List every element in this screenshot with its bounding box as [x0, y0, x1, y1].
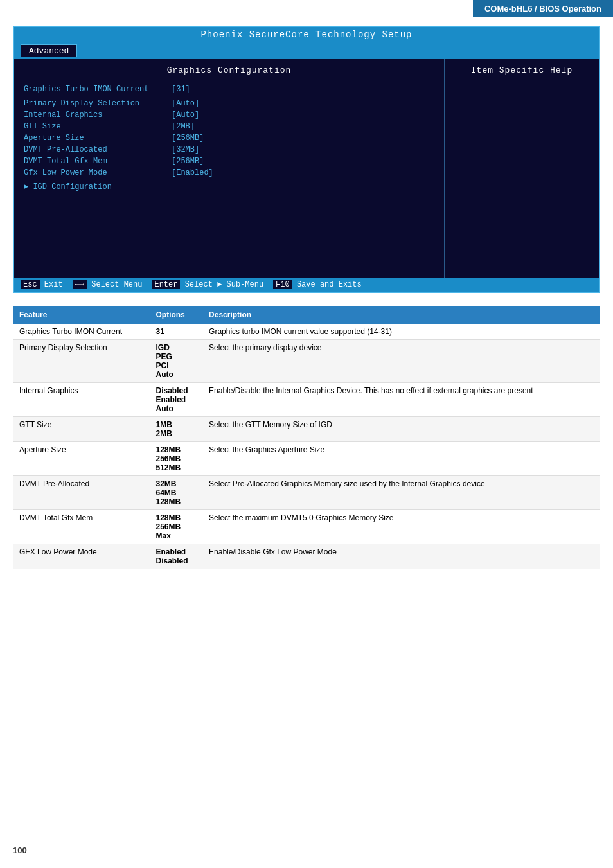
cell-feature: Aperture Size — [13, 442, 149, 476]
table-row: DVMT Total Gfx Mem128MB256MBMaxSelect th… — [13, 510, 600, 544]
bios-value-gtt-size: [2MB] — [172, 122, 195, 131]
bios-item-gfx-low-power[interactable]: Gfx Low Power Mode [Enabled] — [24, 168, 434, 177]
bios-footer-arrows: ←→ Select Menu — [73, 280, 143, 289]
bios-item-gtt-size[interactable]: GTT Size [2MB] — [24, 122, 434, 131]
bios-menu-tab-advanced[interactable]: Advanced — [21, 44, 77, 57]
cell-feature: Internal Graphics — [13, 383, 149, 417]
cell-feature: GTT Size — [13, 417, 149, 442]
bios-submenu-igd[interactable]: ► IGD Configuration — [24, 182, 434, 191]
bios-section-title: Graphics Configuration — [24, 66, 434, 75]
bios-value-internal-graphics: [Auto] — [172, 111, 199, 120]
bios-label-gtt-size: GTT Size — [24, 122, 172, 131]
bios-item-dvmt-total[interactable]: DVMT Total Gfx Mem [256MB] — [24, 157, 434, 166]
bios-label-primary-display: Primary Display Selection — [24, 99, 172, 108]
cell-description: Select the Graphics Aperture Size — [202, 442, 600, 476]
cell-description: Select the primary display device — [202, 340, 600, 383]
cell-options: 1MB2MB — [149, 417, 202, 442]
feature-table: Feature Options Description Graphics Tur… — [13, 306, 600, 569]
cell-feature: GFX Low Power Mode — [13, 544, 149, 569]
cell-options: IGDPEGPCIAuto — [149, 340, 202, 383]
bios-item-primary-display[interactable]: Primary Display Selection [Auto] — [24, 99, 434, 108]
table-row: Graphics Turbo IMON Current31Graphics tu… — [13, 324, 600, 340]
col-options: Options — [149, 306, 202, 324]
cell-description: Select Pre-Allocated Graphics Memory siz… — [202, 476, 600, 510]
cell-feature: Graphics Turbo IMON Current — [13, 324, 149, 340]
bios-item-turbo-imon[interactable]: Graphics Turbo IMON Current [31] — [24, 85, 434, 94]
cell-feature: DVMT Pre-Allocated — [13, 476, 149, 510]
cell-options: 128MB256MBMax — [149, 510, 202, 544]
cell-description: Graphics turbo IMON current value suppor… — [202, 324, 600, 340]
cell-options: 128MB256MB512MB — [149, 442, 202, 476]
cell-options: DisabledEnabledAuto — [149, 383, 202, 417]
bios-value-aperture-size: [256MB] — [172, 134, 204, 143]
page-number: 100 — [13, 846, 27, 855]
cell-description: Enable/Disable the Internal Graphics Dev… — [202, 383, 600, 417]
table-header-row: Feature Options Description — [13, 306, 600, 324]
bios-item-internal-graphics[interactable]: Internal Graphics [Auto] — [24, 111, 434, 120]
bios-value-dvmt-pre: [32MB] — [172, 145, 199, 154]
bios-value-gfx-low-power: [Enabled] — [172, 168, 213, 177]
bios-title: Phoenix SecureCore Technology Setup — [200, 30, 412, 40]
bios-footer-enter: Enter Select ► Sub-Menu — [152, 280, 263, 289]
bios-main-area: Graphics Configuration Graphics Turbo IM… — [14, 59, 599, 278]
bios-footer-f10: F10 Save and Exits — [273, 280, 362, 289]
table-row: Internal GraphicsDisabledEnabledAutoEnab… — [13, 383, 600, 417]
table-row: GTT Size1MB2MBSelect the GTT Memory Size… — [13, 417, 600, 442]
bios-right-panel: Item Specific Help — [445, 59, 599, 278]
bios-label-dvmt-pre: DVMT Pre-Allocated — [24, 145, 172, 154]
bios-help-title: Item Specific Help — [454, 66, 589, 75]
cell-feature: DVMT Total Gfx Mem — [13, 510, 149, 544]
bios-value-turbo-imon: [31] — [172, 85, 190, 94]
cell-options: 31 — [149, 324, 202, 340]
bios-value-primary-display: [Auto] — [172, 99, 199, 108]
bios-label-turbo-imon: Graphics Turbo IMON Current — [24, 85, 172, 94]
table-row: Primary Display SelectionIGDPEGPCIAutoSe… — [13, 340, 600, 383]
cell-options: EnabledDisabled — [149, 544, 202, 569]
table-row: Aperture Size128MB256MB512MBSelect the G… — [13, 442, 600, 476]
bios-menu-bar: Advanced — [14, 42, 599, 59]
page-header: COMe-bHL6 / BIOS Operation — [473, 0, 613, 17]
cell-feature: Primary Display Selection — [13, 340, 149, 383]
table-row: GFX Low Power ModeEnabledDisabledEnable/… — [13, 544, 600, 569]
bios-footer: Esc Exit ←→ Select Menu Enter Select ► S… — [14, 278, 599, 292]
bios-label-aperture-size: Aperture Size — [24, 134, 172, 143]
bios-container: Phoenix SecureCore Technology Setup Adva… — [13, 26, 600, 293]
table-row: DVMT Pre-Allocated32MB64MB128MBSelect Pr… — [13, 476, 600, 510]
bios-label-gfx-low-power: Gfx Low Power Mode — [24, 168, 172, 177]
bios-item-dvmt-pre[interactable]: DVMT Pre-Allocated [32MB] — [24, 145, 434, 154]
bios-item-aperture-size[interactable]: Aperture Size [256MB] — [24, 134, 434, 143]
cell-options: 32MB64MB128MB — [149, 476, 202, 510]
feature-table-section: Feature Options Description Graphics Tur… — [13, 306, 600, 569]
bios-title-bar: Phoenix SecureCore Technology Setup — [14, 27, 599, 42]
bios-label-dvmt-total: DVMT Total Gfx Mem — [24, 157, 172, 166]
cell-description: Select the maximum DVMT5.0 Graphics Memo… — [202, 510, 600, 544]
col-description: Description — [202, 306, 600, 324]
col-feature: Feature — [13, 306, 149, 324]
bios-label-internal-graphics: Internal Graphics — [24, 111, 172, 120]
bios-left-panel: Graphics Configuration Graphics Turbo IM… — [14, 59, 445, 278]
bios-footer-esc: Esc Exit — [21, 280, 63, 289]
bios-value-dvmt-total: [256MB] — [172, 157, 204, 166]
cell-description: Select the GTT Memory Size of IGD — [202, 417, 600, 442]
page-header-title: COMe-bHL6 / BIOS Operation — [484, 4, 601, 13]
cell-description: Enable/Disable Gfx Low Power Mode — [202, 544, 600, 569]
